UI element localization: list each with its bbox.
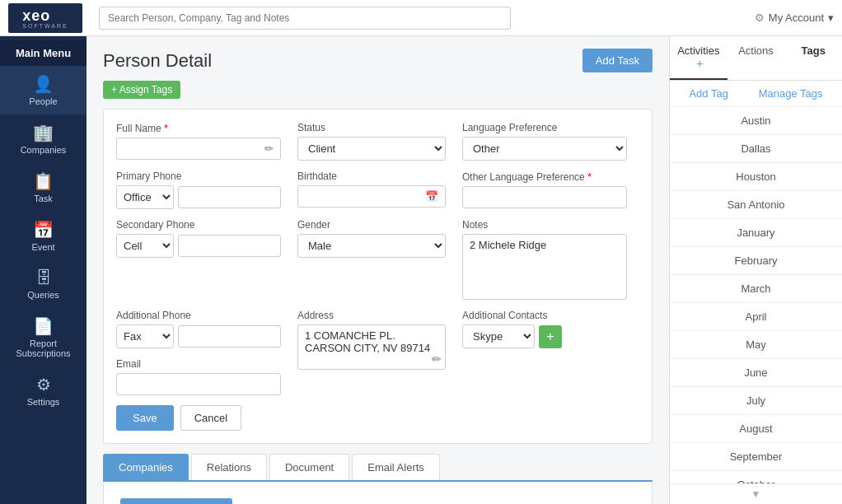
gender-select[interactable]: Male Female Other xyxy=(297,234,446,258)
add-to-company-button[interactable]: Add To Company xyxy=(120,498,232,504)
secondary-phone-type-select[interactable]: Cell Office Fax xyxy=(116,234,174,258)
other-language-label: Other Language Preference * xyxy=(462,170,627,183)
rp-tab-actions[interactable]: Actions xyxy=(727,36,785,80)
logo-text: xeo xyxy=(22,7,68,25)
additional-phone-inputs: Fax Cell Office (668) 456-7890 xyxy=(116,324,281,348)
tag-item-may[interactable]: May xyxy=(670,331,842,359)
tag-item-july[interactable]: July xyxy=(670,387,842,415)
right-panel: Activities + Actions Tags Add Tag Manage… xyxy=(669,36,842,504)
tag-item-june[interactable]: June xyxy=(670,359,842,387)
tag-item-january[interactable]: January xyxy=(670,219,842,247)
manage-tags-link[interactable]: Manage Tags xyxy=(759,87,823,100)
search-bar[interactable] xyxy=(99,7,511,30)
chevron-down-icon: ▾ xyxy=(828,12,834,24)
primary-phone-input[interactable]: (623) 406-7090 xyxy=(178,186,281,208)
right-panel-tabs: Activities + Actions Tags xyxy=(670,36,842,81)
tag-item-march[interactable]: March xyxy=(670,275,842,303)
address-edit-icon[interactable]: ✏ xyxy=(432,352,442,366)
form-row-1: Full Name * Aaron Ridge ✏ Status Client … xyxy=(116,122,639,161)
secondary-phone-input[interactable]: (823) 446-7897 xyxy=(178,235,281,257)
sidebar-item-report-subscriptions[interactable]: 📄 Report Subscriptions xyxy=(0,308,87,366)
birthdate-label: Birthdate xyxy=(297,170,446,182)
tab-email-alerts[interactable]: Email Alerts xyxy=(352,454,440,480)
settings-icon: ⚙ xyxy=(36,375,51,394)
main-content: Person Detail Add Task + Assign Tags Ful… xyxy=(87,36,669,504)
tab-relations[interactable]: Relations xyxy=(191,454,267,480)
full-name-input-wrapper: Aaron Ridge ✏ xyxy=(116,138,281,160)
add-task-button[interactable]: Add Task xyxy=(582,49,653,72)
additional-contacts-type-select[interactable]: Skype Twitter LinkedIn xyxy=(462,324,535,348)
assign-tags-button[interactable]: + Assign Tags xyxy=(103,81,180,99)
tag-item-austin[interactable]: Austin xyxy=(670,107,842,135)
other-language-input[interactable]: Knows little English and Spanish xyxy=(462,186,627,208)
tag-item-february[interactable]: February xyxy=(670,247,842,275)
sidebar-label-event: Event xyxy=(31,242,54,252)
my-account-label[interactable]: My Account xyxy=(769,12,824,24)
rp-tag-links: Add Tag Manage Tags xyxy=(670,81,842,107)
tag-item-september[interactable]: September xyxy=(670,443,842,471)
search-input[interactable] xyxy=(99,7,511,30)
gender-group: Gender Male Female Other xyxy=(297,219,446,300)
gender-label: Gender xyxy=(297,219,446,231)
secondary-phone-label: Secondary Phone xyxy=(116,219,281,231)
event-icon: 📅 xyxy=(33,220,54,240)
tag-item-san-antonio[interactable]: San Antonio xyxy=(670,191,842,219)
tag-item-dallas[interactable]: Dallas xyxy=(670,135,842,163)
notes-textarea[interactable]: 2 Michele Ridge xyxy=(462,234,627,300)
additional-phone-input[interactable]: (668) 456-7890 xyxy=(178,325,281,348)
tag-item-houston[interactable]: Houston xyxy=(670,163,842,191)
page-title-row: Person Detail Add Task xyxy=(103,49,653,72)
birthdate-input[interactable]: 02/11/1980 xyxy=(298,186,419,207)
calendar-icon[interactable]: 📅 xyxy=(419,186,445,207)
sidebar-label-people: People xyxy=(29,96,57,106)
rp-tab-tags[interactable]: Tags xyxy=(784,36,842,80)
tags-list: Austin Dallas Houston San Antonio Januar… xyxy=(670,107,842,483)
people-icon: 👤 xyxy=(33,74,54,94)
language-preference-select[interactable]: Other English Spanish xyxy=(462,137,627,161)
address-label: Address xyxy=(297,310,446,321)
tab-document[interactable]: Document xyxy=(269,454,349,480)
birthdate-input-wrapper: 02/11/1980 📅 xyxy=(297,185,446,208)
edit-name-icon[interactable]: ✏ xyxy=(258,138,280,159)
status-select[interactable]: Client Prospect Lead xyxy=(297,137,446,161)
add-tag-link[interactable]: Add Tag xyxy=(689,87,727,100)
other-language-group: Other Language Preference * Knows little… xyxy=(462,170,627,209)
sidebar: Main Menu 👤 People 🏢 Companies 📋 Task 📅 … xyxy=(0,36,87,504)
tag-item-april[interactable]: April xyxy=(670,303,842,331)
logo-subtext: SOFTWARE xyxy=(22,23,68,29)
additional-contacts-label: Additional Contacts xyxy=(462,310,627,321)
sidebar-item-people[interactable]: 👤 People xyxy=(0,66,87,114)
sidebar-item-settings[interactable]: ⚙ Settings xyxy=(0,366,87,415)
primary-phone-group: Primary Phone Office Cell Fax (623) 406-… xyxy=(116,170,281,209)
sidebar-item-task[interactable]: 📋 Task xyxy=(0,163,87,212)
full-name-input[interactable]: Aaron Ridge xyxy=(117,138,258,159)
tab-content: Add To Company xyxy=(103,482,653,504)
primary-phone-type-select[interactable]: Office Cell Fax xyxy=(116,185,174,209)
sidebar-item-queries[interactable]: 🗄 Queries xyxy=(0,260,87,308)
save-button[interactable]: Save xyxy=(116,405,174,431)
sidebar-item-event[interactable]: 📅 Event xyxy=(0,212,87,260)
tab-companies[interactable]: Companies xyxy=(103,454,189,480)
logo: xeo SOFTWARE xyxy=(8,3,82,33)
form-row-2: Primary Phone Office Cell Fax (623) 406-… xyxy=(116,170,639,209)
sidebar-item-companies[interactable]: 🏢 Companies xyxy=(0,114,87,163)
tag-item-august[interactable]: August xyxy=(670,415,842,443)
additional-phone-type-select[interactable]: Fax Cell Office xyxy=(116,324,174,348)
address-display: 1 COMANCHE PL. CARSON CITY, NV 89714 xyxy=(297,324,446,370)
add-contact-button[interactable]: + xyxy=(539,325,562,348)
sidebar-label-companies: Companies xyxy=(21,145,67,155)
sidebar-label-task: Task xyxy=(34,194,53,203)
form-action-buttons: Save Cancel xyxy=(116,405,639,431)
email-input[interactable]: aridge@gmail.com xyxy=(116,373,281,395)
companies-icon: 🏢 xyxy=(33,123,54,142)
report-icon: 📄 xyxy=(33,316,54,336)
secondary-phone-inputs: Cell Office Fax (823) 446-7897 xyxy=(116,234,281,258)
address-wrapper: 1 COMANCHE PL. CARSON CITY, NV 89714 ✏ xyxy=(297,324,446,370)
rp-tab-activities[interactable]: Activities + xyxy=(670,36,727,80)
tag-item-october[interactable]: October xyxy=(670,471,842,483)
my-account-menu[interactable]: ⚙ My Account ▾ xyxy=(755,12,834,24)
status-group: Status Client Prospect Lead xyxy=(297,122,446,161)
activities-plus-icon[interactable]: + xyxy=(696,57,703,70)
cancel-button[interactable]: Cancel xyxy=(180,405,241,431)
form-row-4: Additional Phone Fax Cell Office (668) 4… xyxy=(116,310,639,395)
